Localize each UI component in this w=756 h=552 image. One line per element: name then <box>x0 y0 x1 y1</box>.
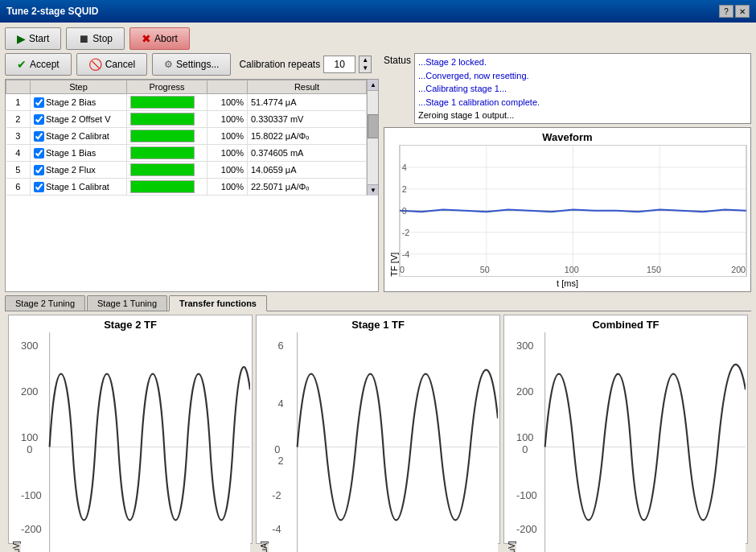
chart-stage1-tf: Stage 1 TF Current [μA] 6 4 2 0 -2 <box>256 315 500 544</box>
calibration-table-container: Step Progress Result 1 Stage 2 Bias <box>5 79 379 292</box>
svg-text:-4: -4 <box>402 249 410 259</box>
svg-text:100: 100 <box>516 431 533 443</box>
stop-button[interactable]: ⏹ Stop <box>66 27 125 50</box>
progress-fill <box>131 97 194 108</box>
chart-stage1-y-label: Current [μA] <box>258 332 269 552</box>
progress-fill <box>131 147 194 159</box>
row-checkbox[interactable] <box>34 131 44 142</box>
row-progress-cell <box>127 162 207 179</box>
table-row: 5 Stage 2 Flux 100% 14.0659 μA <box>6 162 367 179</box>
calibration-repeats-label: Calibration repeats <box>239 59 320 70</box>
row-checkbox[interactable] <box>34 114 44 125</box>
progress-bar <box>130 96 195 109</box>
spinner-down[interactable]: ▼ <box>360 64 371 72</box>
chart-combined-tf: Combined TF Voltage [μV] 300 200 100 0 -… <box>503 315 748 544</box>
spinner-up[interactable]: ▲ <box>360 56 371 64</box>
row-progress-cell <box>127 111 207 128</box>
svg-text:300: 300 <box>516 340 533 352</box>
row-result: 15.8022 μA/Φ₀ <box>248 128 367 145</box>
window-title: Tune 2-stage SQUID <box>6 6 98 17</box>
svg-text:100: 100 <box>21 431 38 443</box>
calibration-table: Step Progress Result 1 Stage 2 Bias <box>6 80 367 196</box>
table-wrapper: Step Progress Result 1 Stage 2 Bias <box>6 80 378 196</box>
row-progress-cell <box>127 179 207 196</box>
progress-bar <box>130 180 195 193</box>
row-checkbox[interactable] <box>34 182 44 192</box>
bottom-section: Stage 2 Tuning Stage 1 Tuning Transfer f… <box>5 295 751 547</box>
waveform-title: Waveform <box>542 131 592 143</box>
col-result: Result <box>248 80 367 94</box>
row-result: 0.330337 mV <box>248 111 367 128</box>
status-line: ...Stage 1 calibration complete. <box>418 96 747 109</box>
progress-bar <box>130 146 195 159</box>
svg-text:-200: -200 <box>21 523 42 535</box>
col-progress: Progress <box>127 80 207 94</box>
waveform-svg: 4 2 0 -2 -4 0 50 100 150 200 <box>399 145 747 277</box>
repeats-input[interactable]: 10 <box>323 56 355 73</box>
svg-text:-2: -2 <box>402 228 410 237</box>
chart-stage2-svg: 300 200 100 0 -100 -200 -300 -3 -2 -1 0 … <box>21 332 250 552</box>
charts-area: Stage 2 TF Voltage [μV] 300 200 100 0 <box>5 311 751 547</box>
svg-text:200: 200 <box>731 265 746 274</box>
close-button[interactable]: ✕ <box>735 5 750 18</box>
svg-text:200: 200 <box>516 385 533 398</box>
table-row: 1 Stage 2 Bias 100% 51.4774 μA <box>6 94 367 111</box>
chart-combined-title: Combined TF <box>592 319 659 331</box>
svg-text:0: 0 <box>27 443 32 455</box>
svg-text:-2: -2 <box>272 488 281 501</box>
svg-text:150: 150 <box>647 265 661 274</box>
row-progress-cell <box>127 128 207 145</box>
table-row: 3 Stage 2 Calibrat 100% 15.8022 μA/Φ₀ <box>6 128 367 145</box>
status-line: ...Stage 2 locked. <box>418 56 747 69</box>
svg-text:0: 0 <box>402 206 407 216</box>
row-num: 6 <box>6 179 31 196</box>
help-button[interactable]: ? <box>719 5 733 18</box>
row-num: 3 <box>6 128 31 145</box>
row-step: Stage 2 Flux <box>31 162 127 179</box>
cancel-button[interactable]: 🚫 Cancel <box>76 53 147 76</box>
svg-text:0: 0 <box>522 443 528 455</box>
progress-bar <box>130 113 195 126</box>
svg-text:200: 200 <box>21 385 38 398</box>
tab-stage1-tuning[interactable]: Stage 1 Tuning <box>87 295 167 311</box>
row-pct: 100% <box>207 179 248 196</box>
accept-button[interactable]: ✔ Accept <box>5 53 72 76</box>
progress-fill <box>131 181 194 192</box>
play-icon: ▶ <box>17 32 26 45</box>
right-panel: Status ...Stage 2 locked....Converged, n… <box>384 53 751 292</box>
progress-fill <box>131 113 194 125</box>
col-step: Step <box>31 80 127 94</box>
row-result: 14.0659 μA <box>248 162 367 179</box>
svg-text:-200: -200 <box>516 523 537 535</box>
row-pct: 100% <box>207 94 248 111</box>
svg-text:50: 50 <box>480 265 490 274</box>
row-step: Stage 2 Offset V <box>31 111 127 128</box>
chart-stage1-svg: 6 4 2 0 -2 -4 -6 -2 -1.5 -1 -0.5 0.5 1 <box>269 332 498 552</box>
tab-stage2-tuning[interactable]: Stage 2 Tuning <box>5 295 85 311</box>
spinner-arrows: ▲ ▼ <box>359 56 372 73</box>
row-checkbox[interactable] <box>34 97 44 108</box>
row-result: 22.5071 μA/Φ₀ <box>248 179 367 196</box>
status-box: ...Stage 2 locked....Converged, now rese… <box>414 53 751 124</box>
status-line: ...Stage 1 locked. <box>418 122 747 125</box>
svg-text:-100: -100 <box>21 488 42 501</box>
middle-section: ✔ Accept 🚫 Cancel ⚙ Settings... Calibrat… <box>5 53 751 292</box>
status-section: Status ...Stage 2 locked....Converged, n… <box>384 53 751 124</box>
row-pct: 100% <box>207 162 248 179</box>
row-num: 4 <box>6 145 31 162</box>
row-num: 2 <box>6 111 31 128</box>
row-step: Stage 2 Calibrat <box>31 128 127 145</box>
tab-transfer-functions[interactable]: Transfer functions <box>169 295 267 311</box>
abort-button[interactable]: ✖ Abort <box>129 27 190 50</box>
start-button[interactable]: ▶ Start <box>5 27 61 50</box>
row-checkbox[interactable] <box>34 148 44 159</box>
settings-button[interactable]: ⚙ Settings... <box>152 53 231 76</box>
row-step: Stage 1 Calibrat <box>31 179 127 196</box>
waveform-x-label: t [ms] <box>557 278 578 288</box>
table-row: 4 Stage 1 Bias 100% 0.374605 mA <box>6 145 367 162</box>
svg-rect-21 <box>21 332 250 552</box>
svg-text:100: 100 <box>565 265 579 274</box>
row-checkbox[interactable] <box>34 165 44 175</box>
check-icon: ✔ <box>17 58 27 71</box>
progress-fill <box>131 130 194 142</box>
